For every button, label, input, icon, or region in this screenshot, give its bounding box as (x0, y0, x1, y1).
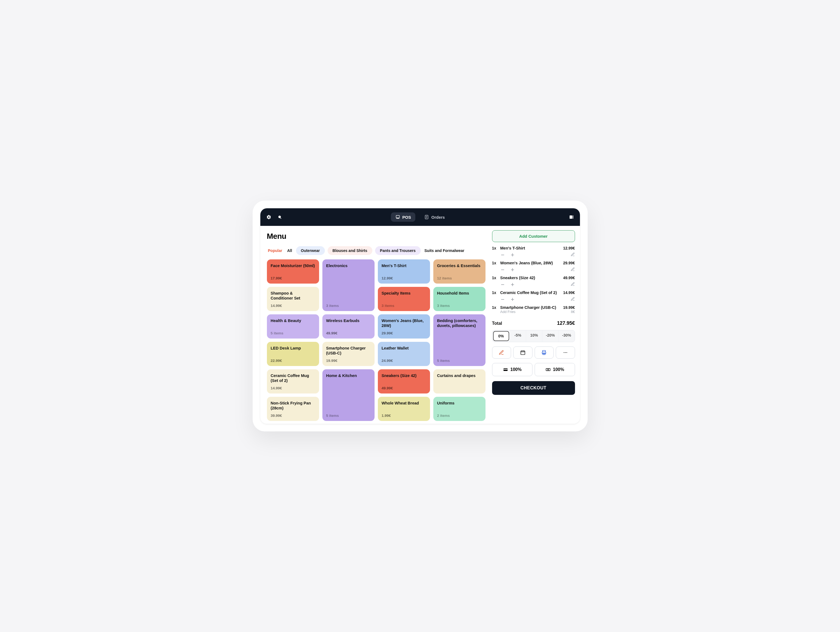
product-card[interactable]: Leather Wallet 24.99€ (378, 342, 430, 366)
tab-pos[interactable]: POS (391, 212, 415, 222)
cart-item-name: Smartphone Charger (USB-C) (501, 305, 561, 310)
cart-item: 1xWomen's Jeans (Blue, 28W)29.99€−+ (492, 261, 575, 273)
chip-blouses[interactable]: Blouses and Shirts (328, 246, 373, 255)
product-card[interactable]: LED Desk Lamp 22.99€ (267, 342, 319, 366)
svg-rect-14 (503, 369, 507, 370)
product-card[interactable]: Non-Stick Frying Pan (28cm) 39.99€ (267, 397, 319, 421)
decrement-button[interactable]: − (499, 266, 506, 273)
edit-order-button[interactable] (492, 347, 511, 359)
cart-item: 1xSneakers (Size 42)49.99€−+ (492, 276, 575, 288)
category-card[interactable]: Groceries & Essentials 12 items (433, 260, 485, 284)
cart-item-qty: 1x (492, 261, 498, 265)
chip-popular[interactable]: Popular (267, 246, 283, 255)
cart-list: 1xMen's T-Shirt12.99€−+1xWomen's Jeans (… (492, 246, 575, 314)
cart-total: Total 127.95€ (492, 318, 575, 326)
chip-outerwear[interactable]: Outerwear (296, 246, 325, 255)
product-card[interactable]: Wireless Earbuds 49.99€ (322, 314, 374, 339)
cart-item: 1xMen's T-Shirt12.99€−+ (492, 246, 575, 258)
svg-point-10 (564, 352, 564, 353)
svg-point-11 (565, 352, 566, 353)
category-card[interactable]: Electronics 3 items (322, 260, 374, 311)
cart-panel: Add Customer 1xMen's T-Shirt12.99€−+1xWo… (492, 226, 580, 424)
category-card[interactable]: Specialty Items 3 items (378, 287, 430, 311)
product-card[interactable]: Men's T-Shirt 12.99€ (378, 260, 430, 284)
edit-line-icon[interactable] (571, 282, 575, 287)
svg-rect-3 (396, 218, 399, 219)
cart-item-price: 49.99€ (563, 276, 575, 280)
product-card[interactable]: Whole Wheat Bread 1.99€ (378, 397, 430, 421)
category-card[interactable]: Household Items 3 items (433, 287, 485, 311)
tab-orders-label: Orders (431, 215, 445, 220)
checkout-button[interactable]: CHECKOUT (492, 381, 575, 395)
category-chips: Popular All Outerwear Blouses and Shirts… (267, 246, 485, 255)
tab-pos-label: POS (402, 215, 411, 220)
cart-item-addon: Add Fries (501, 310, 516, 314)
product-card[interactable]: Women's Jeans (Blue, 28W) 29.99€ (378, 314, 430, 339)
menu-panel: Menu Popular All Outerwear Blouses and S… (261, 226, 492, 424)
edit-line-icon[interactable] (571, 252, 575, 258)
discount-5[interactable]: -5% (510, 330, 526, 342)
category-card[interactable]: Uniforms 2 items (433, 397, 485, 421)
cart-item-qty: 1x (492, 276, 498, 280)
svg-point-12 (566, 352, 567, 353)
increment-button[interactable]: + (509, 281, 516, 288)
discount-selector: 0% -5% 10% -20% -30% (492, 330, 575, 342)
pay-cash-button[interactable]: 100% (535, 363, 575, 376)
decrement-button[interactable]: − (499, 296, 506, 303)
settings-icon[interactable] (266, 215, 271, 220)
svg-rect-5 (570, 215, 572, 219)
cart-item-name: Men's T-Shirt (501, 246, 561, 250)
product-card[interactable]: Ceramic Coffee Mug (Set of 2) 14.99€ (267, 369, 319, 393)
svg-rect-1 (280, 218, 281, 219)
product-card[interactable]: Shampoo & Conditioner Set 14.99€ (267, 287, 319, 311)
product-card[interactable]: Face Moisturizer (50ml) 17.99€ (267, 260, 319, 284)
chip-suits[interactable]: Suits and Formalwear (423, 246, 466, 255)
increment-button[interactable]: + (509, 266, 516, 273)
chip-all[interactable]: All (286, 246, 293, 255)
edit-line-icon[interactable] (571, 267, 575, 272)
cart-item: 1xCeramic Coffee Mug (Set of 2)14.99€−+ (492, 290, 575, 303)
print-button[interactable] (535, 347, 554, 359)
panel-toggle-icon[interactable] (569, 215, 574, 220)
cart-item-price: 12.99€ (563, 246, 575, 250)
cart-item-name: Ceramic Coffee Mug (Set of 2) (501, 290, 561, 295)
increment-button[interactable]: + (509, 252, 516, 258)
product-grid: Face Moisturizer (50ml) 17.99€ Shampoo &… (267, 260, 485, 421)
cart-item-price: 29.99€ (563, 261, 575, 265)
discount-0[interactable]: 0% (493, 331, 509, 341)
cart-item-qty: 1x (492, 246, 498, 250)
more-button[interactable] (556, 347, 575, 359)
increment-button[interactable]: + (509, 296, 516, 303)
search-icon[interactable] (277, 215, 282, 220)
schedule-button[interactable] (513, 347, 532, 359)
category-card[interactable]: Bedding (comforters, duvets, pillowcases… (433, 314, 485, 366)
menu-title: Menu (267, 232, 485, 241)
svg-rect-15 (546, 369, 550, 371)
pay-card-button[interactable]: 100% (492, 363, 532, 376)
cart-item: 1xSmartphone Charger (USB-C)19.99€Add Fr… (492, 305, 575, 314)
edit-line-icon[interactable] (571, 297, 575, 302)
discount-20[interactable]: -20% (542, 330, 559, 342)
cart-item-name: Women's Jeans (Blue, 28W) (501, 261, 561, 265)
svg-rect-7 (521, 351, 525, 355)
svg-point-16 (548, 369, 549, 370)
decrement-button[interactable]: − (499, 252, 506, 258)
product-card[interactable]: Smartphone Charger (USB-C) 19.99€ (322, 342, 374, 366)
cart-item-price: 14.99€ (563, 290, 575, 295)
add-customer-button[interactable]: Add Customer (492, 230, 575, 242)
top-bar: POS Orders (261, 208, 580, 226)
tab-orders[interactable]: Orders (420, 212, 449, 222)
svg-point-0 (278, 216, 281, 218)
category-card[interactable]: Curtains and drapes (433, 369, 485, 393)
cart-item-qty: 1x (492, 290, 498, 295)
category-card[interactable]: Home & Kitchen 5 items (322, 369, 374, 421)
discount-10[interactable]: 10% (526, 330, 542, 342)
chip-pants[interactable]: Pants and Trousers (375, 246, 421, 255)
cart-item-qty: 1x (492, 305, 498, 310)
product-card[interactable]: Sneakers (Size 42) 49.99€ (378, 369, 430, 393)
discount-30[interactable]: -30% (559, 330, 575, 342)
decrement-button[interactable]: − (499, 281, 506, 288)
svg-rect-6 (573, 215, 573, 219)
svg-rect-2 (396, 215, 399, 218)
category-card[interactable]: Health & Beauty 5 items (267, 314, 319, 339)
